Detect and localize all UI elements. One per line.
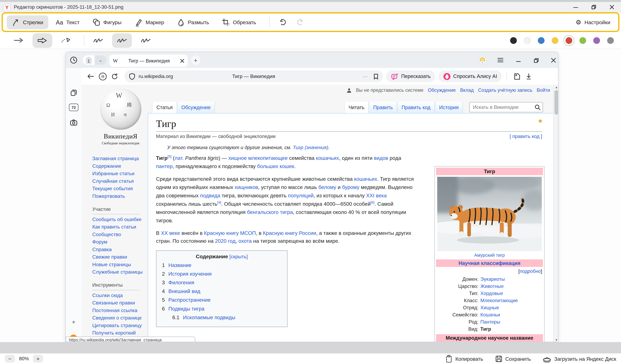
color-swatch-yellow[interactable] [552, 37, 558, 44]
stroke-thick-button[interactable] [136, 33, 156, 47]
sidebar-link-page-info[interactable]: Сведения о странице [92, 314, 148, 322]
sidebar-link-related-changes[interactable]: Связанные правки [92, 299, 148, 307]
back-button[interactable] [85, 70, 97, 82]
personal-link-contrib[interactable]: Вклад [460, 87, 474, 93]
stroke-medium-button[interactable] [112, 33, 132, 47]
bookmark-button[interactable] [373, 73, 379, 80]
sidebar-link-cite-page[interactable]: Цитировать страницу [92, 322, 148, 330]
tab-counter[interactable]: 1 ⌄ [83, 55, 106, 65]
sidebar-link-help[interactable]: Справка [92, 246, 148, 253]
address-bar[interactable]: ru.wikipedia.org Тигр — Википедия ⋯ [124, 70, 383, 82]
toc-item[interactable]: 4Внешний вид [162, 287, 281, 296]
sidebar-add-button[interactable]: + [69, 319, 78, 326]
arrow-style-dotted-button[interactable] [56, 33, 76, 47]
tab-history[interactable]: История [435, 102, 463, 114]
sidebar-link-featured[interactable]: Избранные статьи [92, 170, 148, 177]
sidebar-link-main-page[interactable]: Заглавная страница [92, 155, 148, 162]
tab-edit-source[interactable]: Править код [397, 102, 435, 114]
sidebar-link-random[interactable]: Случайная статья [92, 177, 148, 185]
color-swatch-blue[interactable] [538, 37, 544, 44]
restore-button[interactable] [585, 2, 603, 12]
toc-item[interactable]: 2История изучения [162, 270, 281, 279]
browser-menu-button[interactable] [496, 56, 505, 64]
color-swatch-red-selected[interactable] [566, 37, 572, 44]
color-swatch-gray[interactable] [607, 37, 614, 44]
tab-list-dropdown[interactable]: ⌄ [95, 55, 107, 65]
tab-discussion[interactable]: Обсуждение [177, 102, 215, 114]
new-tab-button[interactable]: + [191, 55, 200, 65]
text-tool-button[interactable]: Aa Текст [51, 16, 85, 28]
search-icon[interactable] [535, 104, 541, 110]
sidebar-link-what-links-here[interactable]: Ссылки сюда [92, 292, 148, 299]
copy-button[interactable]: Копировать [445, 355, 483, 363]
marker-tool-button[interactable]: Маркер [129, 15, 169, 29]
color-swatch-black[interactable] [510, 37, 517, 44]
toc-item[interactable]: 5Распространение [162, 296, 281, 305]
downloads-button[interactable] [523, 70, 535, 82]
sidebar-link-contents[interactable]: Содержание [92, 162, 148, 170]
tab-close-icon[interactable] [180, 59, 184, 63]
toc-hide-link[interactable]: [скрыть] [229, 254, 248, 260]
wikipedia-logo[interactable]: W Ω 維 И न ВикипедиЯ Свободная энциклопед… [92, 89, 149, 145]
toc-item[interactable]: 3Филогения [162, 279, 281, 287]
crop-tool-button[interactable]: Обрезать [217, 15, 261, 29]
sidebar-link-short-url[interactable]: Получить короткий [92, 330, 148, 337]
zoom-out-button[interactable]: − [5, 355, 15, 363]
zoom-in-button[interactable]: + [33, 355, 43, 363]
color-swatch-white[interactable] [524, 37, 531, 44]
tab-edit[interactable]: Править [369, 102, 397, 114]
color-swatch-green[interactable] [579, 37, 586, 44]
browser-close-button[interactable] [549, 56, 558, 64]
sci-classification-header[interactable]: Научная классификация [436, 259, 543, 267]
sidebar-link-forum[interactable]: Форум [92, 238, 148, 246]
personal-link-login[interactable]: Войти [537, 87, 550, 93]
arrow-style-bold-button[interactable] [33, 33, 52, 47]
sidebar-link-special-pages[interactable]: Служебные страницы [92, 269, 148, 276]
scroll-down-arrow[interactable]: ▼ [554, 337, 558, 342]
tiger-photo[interactable] [437, 177, 542, 251]
yandex-home-button[interactable]: Я [97, 70, 108, 82]
toc-subitem[interactable]: 6.1Ископаемые подвиды [162, 313, 281, 322]
tabs-count-badge[interactable]: 72 [69, 104, 78, 111]
toc-item[interactable]: 1Название [162, 261, 281, 270]
scroll-up-arrow[interactable]: ▲ [554, 85, 558, 90]
redo-button[interactable] [293, 15, 308, 29]
retell-button[interactable]: Пересказать [386, 70, 435, 82]
active-tab[interactable]: W Тигр — Википедия [109, 55, 188, 67]
sidebar-link-report-error[interactable]: Сообщить об ошибке [92, 216, 148, 223]
ask-alice-button[interactable]: Спросить Алису AI [439, 70, 502, 82]
color-swatch-purple[interactable] [593, 37, 600, 44]
blur-tool-button[interactable]: Размыть [172, 15, 214, 29]
browser-restore-button[interactable] [531, 56, 540, 64]
scrollbar-thumb[interactable] [554, 90, 558, 115]
sidebar-link-community[interactable]: Сообщество [92, 231, 148, 238]
sidebar-link-current-events[interactable]: Текущие события [92, 185, 148, 192]
close-button[interactable] [603, 2, 621, 12]
personal-link-talk[interactable]: Обсуждение [428, 87, 456, 93]
stroke-thin-button[interactable] [88, 33, 108, 47]
sidebar-copies-button[interactable] [69, 89, 78, 96]
minimize-button[interactable] [566, 2, 585, 12]
arrows-tool-button[interactable]: Стрелки [7, 15, 48, 29]
screenshot-tool-button[interactable] [69, 119, 78, 126]
image-caption-link[interactable]: Амурский тигр [474, 252, 505, 257]
settings-button[interactable]: ⚙ Настройки [572, 16, 614, 29]
extensions-button[interactable] [511, 70, 523, 82]
details-link[interactable]: [подробно] [436, 269, 542, 274]
page-scrollbar[interactable]: ▲ ▼ [553, 85, 558, 342]
edit-source-link[interactable]: [ править код ] [510, 134, 542, 139]
sidebar-link-recent-changes[interactable]: Свежие правки [92, 253, 148, 261]
sidebar-link-donate[interactable]: Пожертвовать [92, 192, 148, 200]
personal-link-create-account[interactable]: Создать учётную запись [478, 87, 532, 93]
toc-item[interactable]: 6Подвиды тигра [162, 305, 281, 313]
more-actions-icon[interactable]: ⋯ [362, 73, 368, 79]
save-button[interactable]: Сохранить [495, 355, 531, 363]
sidebar-link-permanent-link[interactable]: Постоянная ссылка [92, 307, 148, 314]
sidebar-link-new-pages[interactable]: Новые страницы [92, 261, 148, 269]
undo-button[interactable] [275, 15, 290, 29]
wiki-search-input[interactable] [469, 102, 543, 112]
shapes-tool-button[interactable]: Фигуры [87, 15, 127, 29]
upload-disk-button[interactable]: Загрузить на Яндекс Диск [543, 355, 616, 363]
editor-canvas[interactable]: 1 ⌄ W Тигр — Википедия + [0, 49, 621, 342]
sidebar-link-how-to-edit[interactable]: Как править статьи [92, 223, 148, 231]
